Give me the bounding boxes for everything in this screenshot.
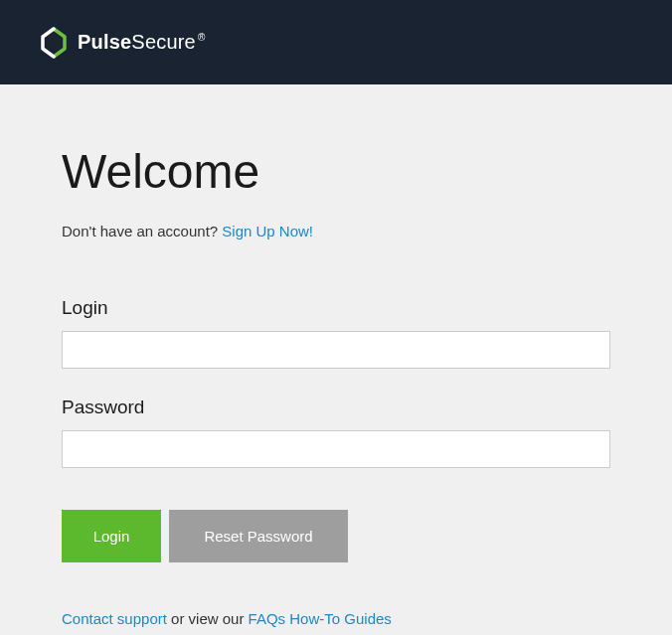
brand-logo: PulseSecure®: [40, 27, 206, 59]
page-title: Welcome: [62, 144, 610, 199]
brand-bold: Pulse: [78, 31, 131, 53]
button-row: Login Reset Password: [62, 510, 610, 562]
password-label: Password: [62, 397, 610, 418]
password-field-group: Password: [62, 397, 610, 468]
signup-prompt: Don't have an account?: [62, 223, 222, 239]
faq-link[interactable]: FAQs How-To Guides: [249, 610, 392, 627]
app-header: PulseSecure®: [0, 0, 672, 84]
pulse-icon: [40, 27, 68, 59]
contact-support-link[interactable]: Contact support: [62, 610, 167, 627]
help-links-row: Contact support or view our FAQs How-To …: [62, 610, 610, 627]
main-content: Welcome Don't have an account? Sign Up N…: [0, 84, 672, 627]
login-button[interactable]: Login: [62, 510, 161, 562]
signup-row: Don't have an account? Sign Up Now!: [62, 223, 610, 239]
brand-light: Secure: [131, 31, 196, 53]
password-input[interactable]: [62, 430, 610, 468]
registered-mark: ®: [198, 32, 206, 43]
reset-password-button[interactable]: Reset Password: [169, 510, 348, 562]
help-mid-text: or view our: [167, 610, 249, 627]
brand-text: PulseSecure®: [78, 31, 206, 54]
login-field-group: Login: [62, 297, 610, 369]
login-input[interactable]: [62, 331, 610, 369]
signup-link[interactable]: Sign Up Now!: [222, 223, 313, 239]
login-label: Login: [62, 297, 610, 319]
